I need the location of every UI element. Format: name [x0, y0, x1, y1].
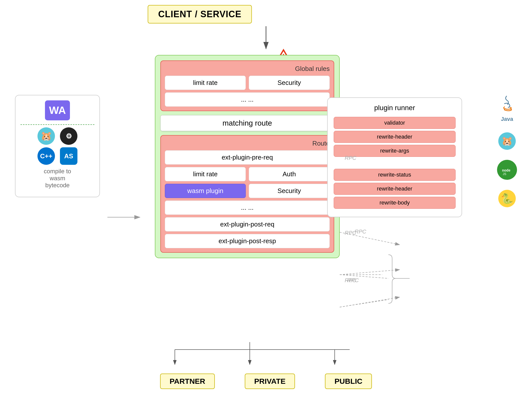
- plugin-runner-title: plugin runner: [334, 104, 456, 112]
- icon-row-1: 🐹 ⚙: [20, 127, 94, 145]
- rpc-arrow-3: [340, 270, 400, 275]
- nodejs-logo: node JS: [501, 164, 513, 176]
- apisix-main-container: Global rules limit rate Security ... ...…: [155, 55, 340, 258]
- lang-icons-panel: Java 🐹 node JS 🐍: [497, 95, 517, 207]
- svg-text:node: node: [502, 168, 511, 172]
- left-go-icon: 🐹: [37, 127, 55, 145]
- curly-brace-2: [388, 255, 396, 303]
- global-rules-box: Global rules limit rate Security ... ...: [160, 60, 334, 111]
- assemblyscript-icon: AS: [60, 147, 77, 165]
- route-row-3: wasm plugin Security: [165, 184, 330, 198]
- public-box: PUBLIC: [325, 374, 372, 389]
- rust-icon: ⚙: [60, 127, 77, 145]
- global-ellipsis: ... ...: [165, 92, 330, 107]
- nodejs-icon-group: node JS: [497, 160, 517, 180]
- client-service-label: CLIENT / SERVICE: [158, 9, 241, 19]
- rpc-label-2: RPC: [355, 228, 366, 235]
- rpc-text-3: RPC: [345, 277, 356, 283]
- python-icon: 🐍: [498, 190, 516, 207]
- rpc-text-1: RPC: [345, 155, 356, 161]
- wasm-plugin: wasm plugin: [165, 184, 246, 198]
- rpc-text-2: RPC: [345, 230, 356, 236]
- global-rules-title: Global rules: [165, 65, 330, 73]
- rpc-label-overlay-2: RPC: [345, 230, 356, 236]
- destination-boxes: PARTNER PRIVATE PUBLIC: [160, 374, 372, 389]
- icon-row-2: C++ AS: [20, 147, 94, 165]
- compile-text: compile towasmbytecode: [20, 168, 94, 189]
- matching-route-box: matching route: [160, 115, 334, 131]
- python-icon-group: 🐍: [498, 190, 516, 207]
- global-security: Security: [249, 76, 330, 90]
- rpc-arrow-4: [340, 297, 400, 307]
- wa-label: WA: [49, 104, 66, 116]
- cpp-icon: C++: [37, 147, 55, 165]
- svg-text:JS: JS: [503, 172, 506, 176]
- plugin-rewrite-status: rewrite-status: [334, 169, 456, 181]
- route-row-2: limit rate Auth: [165, 167, 330, 181]
- route-limit-rate: limit rate: [165, 167, 246, 181]
- go-gopher-icon: 🐹: [498, 132, 516, 150]
- client-service-box: CLIENT / SERVICE: [148, 5, 252, 23]
- plugin-group-1: validator rewrite-header rewrite-args: [334, 117, 456, 157]
- plugin-group-2: rewrite-status rewrite-header rewrite-bo…: [334, 169, 456, 209]
- route-auth: Auth: [249, 167, 330, 181]
- diagram-container: RPC RPC RPC CLIENT / SERVICE: [0, 0, 532, 409]
- ext-plugin-post-req: ext-plugin-post-req: [165, 217, 330, 231]
- private-box: PRIVATE: [245, 374, 295, 389]
- plugin-rewrite-header-2: rewrite-header: [334, 183, 456, 195]
- plugin-rewrite-body: rewrite-body: [334, 197, 456, 209]
- wa-badge: WA: [45, 100, 70, 120]
- ext-plugin-pre-req: ext-plugin-pre-req: [165, 150, 330, 165]
- nodejs-icon: node JS: [497, 160, 517, 180]
- dashed-separator: [20, 124, 94, 125]
- left-wasm-panel: WA 🐹 ⚙ C++ AS compile towasmbytecode: [15, 95, 100, 197]
- go-icon-group: 🐹: [498, 132, 516, 150]
- route-ellipsis: ... ...: [165, 201, 330, 215]
- post-resp-to-brace: [340, 300, 388, 307]
- plugin-validator: validator: [334, 117, 456, 129]
- route-security: Security: [249, 184, 330, 198]
- java-label: Java: [501, 116, 513, 122]
- route-title: Route: [165, 140, 330, 147]
- global-rules-row-1: limit rate Security: [165, 76, 330, 90]
- global-limit-rate: limit rate: [165, 76, 246, 90]
- rpc-label-overlay-3: RPC: [345, 277, 356, 284]
- java-icon-group: Java: [500, 95, 515, 122]
- partner-box: PARTNER: [160, 374, 215, 389]
- rpc-label-overlay-1: RPC: [345, 155, 356, 161]
- ext-plugin-post-resp: ext-plugin-post-resp: [165, 234, 330, 248]
- plugin-rewrite-header-1: rewrite-header: [334, 131, 456, 143]
- java-icon: [500, 95, 515, 115]
- route-box: Route ext-plugin-pre-req limit rate Auth…: [160, 135, 334, 253]
